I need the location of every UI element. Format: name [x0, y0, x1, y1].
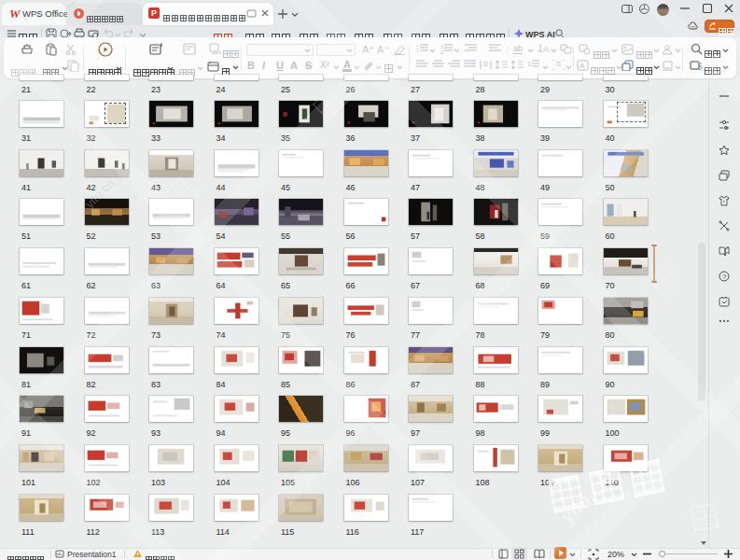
svg-text:A: A — [579, 62, 585, 70]
svg-text:?: ? — [722, 273, 727, 281]
svg-text:A: A — [543, 45, 549, 54]
